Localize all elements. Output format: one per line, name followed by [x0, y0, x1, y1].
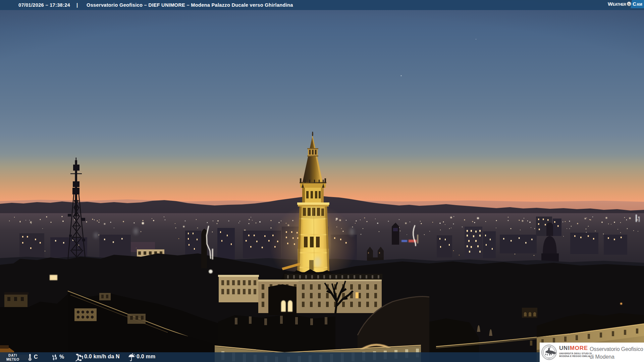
svg-text:AM: AM	[637, 2, 642, 6]
svg-text:EATHER: EATHER	[613, 2, 627, 6]
svg-text:1175: 1175	[548, 358, 550, 359]
svg-text:C: C	[633, 1, 636, 7]
svg-text:W: W	[608, 1, 613, 7]
